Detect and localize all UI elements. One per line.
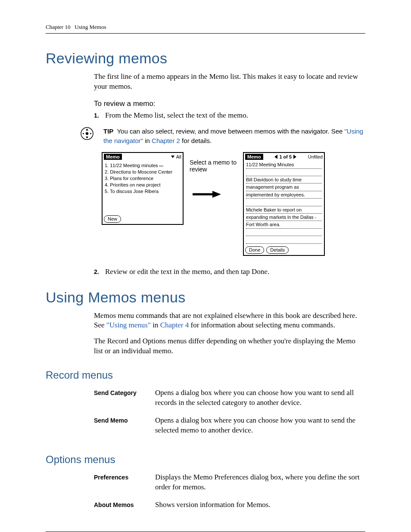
link-chapter-2[interactable]: Chapter 2	[152, 137, 180, 144]
figure-annotation: Select a memo to review	[190, 152, 237, 173]
list-item[interactable]: 1. 11/22 Meeting minutes	[105, 162, 181, 169]
list-item[interactable]: 5. To discuss Jose Ribera	[105, 188, 181, 195]
svg-marker-3	[86, 137, 88, 139]
prev-memo-icon[interactable]	[274, 155, 277, 159]
screen-title: Memo	[104, 154, 122, 160]
chapter-label: Chapter 10	[46, 24, 70, 30]
memo-line[interactable]: Bill Davidson to study time	[246, 177, 322, 184]
options-menus-table: Preferences Displays the Memo Preference…	[94, 470, 365, 515]
memo-line[interactable]: implemented by employees.	[246, 192, 322, 199]
memo-line[interactable]	[246, 236, 322, 243]
running-head: Chapter 10 Using Memos	[46, 24, 365, 34]
memo-line[interactable]: 11/22 Meeting Minutes	[246, 162, 322, 168]
menus-intro: Memos menu commands that are not explain…	[94, 311, 365, 331]
list-item[interactable]: 3. Plans for conference	[105, 175, 181, 182]
step-text: From the Memo list, select the text of t…	[105, 111, 248, 121]
memo-counter: 1 of 5	[274, 154, 296, 159]
chapter-title: Using Memos	[75, 24, 106, 30]
arrow-icon	[190, 173, 224, 200]
memo-line[interactable]	[246, 229, 322, 236]
table-row: Send Category Opens a dialog box where y…	[94, 386, 365, 413]
next-memo-icon[interactable]	[293, 155, 296, 159]
description: Opens a dialog box where you can choose …	[155, 386, 365, 413]
memo-line[interactable]: expanding markets in the Dallas -	[246, 214, 322, 221]
svg-marker-2	[86, 128, 88, 131]
subheading-record-menus: Record menus	[46, 369, 365, 381]
svg-point-1	[86, 132, 88, 135]
table-row: Send Memo Opens a dialog box where you c…	[94, 413, 365, 441]
tip-callout: TIP You can also select, review, and mov…	[80, 127, 365, 146]
link-using-menus[interactable]: "Using menus"	[106, 321, 151, 329]
subheading-options-menus: Options menus	[46, 454, 365, 466]
description: Shows version information for Memos.	[155, 498, 365, 515]
svg-marker-7	[212, 191, 221, 198]
tip-text: TIP You can also select, review, and mov…	[103, 127, 365, 146]
description: Displays the Memo Preferences dialog box…	[155, 470, 365, 498]
term: Send Memo	[94, 413, 155, 441]
term: About Memos	[94, 498, 155, 515]
memo-list-screen: Memo All 1. 11/22 Meeting minutes 2. Dir…	[102, 152, 184, 225]
done-button[interactable]: Done	[245, 246, 264, 254]
task-heading: To review a memo:	[94, 100, 365, 108]
table-row: Preferences Displays the Memo Preference…	[94, 470, 365, 498]
memo-line[interactable]: management program as	[246, 184, 322, 191]
description: Opens a dialog box where you can choose …	[155, 413, 365, 441]
memo-detail-screen: Memo 1 of 5 Unfiled 11/22 Meeting Minute…	[243, 152, 325, 255]
tip-label: TIP	[103, 128, 113, 135]
category-label[interactable]: Unfiled	[308, 154, 323, 159]
svg-point-5	[90, 133, 91, 134]
details-button[interactable]: Details	[266, 246, 289, 254]
figure-memo-screens: Memo All 1. 11/22 Meeting minutes 2. Dir…	[102, 152, 365, 255]
table-row: About Memos Shows version information fo…	[94, 498, 365, 515]
memo-line[interactable]	[246, 169, 322, 176]
dropdown-icon	[171, 156, 174, 158]
new-button[interactable]: New	[104, 215, 121, 223]
term: Send Category	[94, 386, 155, 413]
record-menus-table: Send Category Opens a dialog box where y…	[94, 386, 365, 441]
section-heading-reviewing: Reviewing memos	[46, 50, 365, 67]
step-number: 2.	[94, 267, 105, 277]
navigator-icon	[80, 127, 94, 140]
memo-line[interactable]: Michele Baker to report on	[246, 207, 322, 214]
term: Preferences	[94, 470, 155, 498]
memo-line[interactable]	[246, 199, 322, 206]
step-2: 2. Review or edit the text in the memo, …	[94, 267, 365, 277]
memo-line[interactable]: Fort Worth area.	[246, 221, 322, 228]
screen-title: Memo	[245, 154, 263, 160]
list-item[interactable]: 4. Priorities on new project	[105, 182, 181, 188]
svg-point-4	[83, 133, 84, 134]
menus-note: The Record and Options menus differ depe…	[94, 336, 365, 356]
category-selector[interactable]: All	[171, 154, 181, 159]
step-number: 1.	[94, 111, 105, 121]
section-heading-menus: Using Memos menus	[46, 289, 365, 306]
step-1: 1. From the Memo list, select the text o…	[94, 111, 365, 121]
step-text: Review or edit the text in the memo, and…	[105, 267, 269, 277]
intro-paragraph: The first line of a memo appears in the …	[94, 72, 365, 92]
link-chapter-4[interactable]: Chapter 4	[160, 321, 189, 329]
list-item[interactable]: 2. Directions to Moscone Center	[105, 169, 181, 175]
